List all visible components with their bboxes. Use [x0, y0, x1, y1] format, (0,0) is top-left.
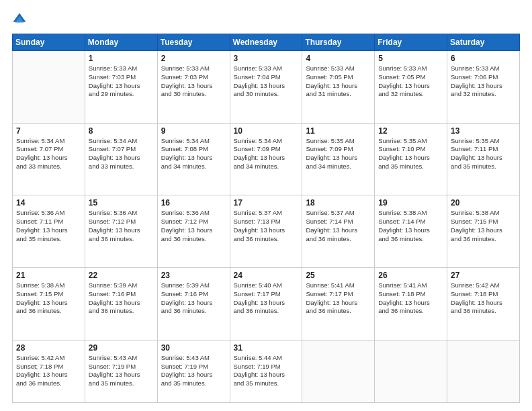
day-info: Sunrise: 5:37 AMSunset: 7:13 PMDaylight:… [234, 209, 299, 243]
day-number: 3 [234, 54, 299, 63]
day-number: 21 [16, 271, 81, 280]
day-info: Sunrise: 5:44 AMSunset: 7:19 PMDaylight:… [234, 354, 299, 388]
calendar-cell: 20Sunrise: 5:38 AMSunset: 7:15 PMDayligh… [447, 195, 520, 268]
day-info: Sunrise: 5:36 AMSunset: 7:12 PMDaylight:… [89, 209, 154, 243]
calendar-cell: 28Sunrise: 5:42 AMSunset: 7:18 PMDayligh… [13, 340, 85, 402]
calendar-cell: 25Sunrise: 5:41 AMSunset: 7:17 PMDayligh… [302, 268, 375, 340]
day-info: Sunrise: 5:36 AMSunset: 7:12 PMDaylight:… [161, 209, 226, 243]
day-number: 2 [161, 54, 226, 63]
calendar-cell: 15Sunrise: 5:36 AMSunset: 7:12 PMDayligh… [85, 195, 157, 268]
day-number: 14 [16, 198, 81, 208]
calendar-cell: 29Sunrise: 5:43 AMSunset: 7:19 PMDayligh… [85, 340, 157, 402]
day-info: Sunrise: 5:35 AMSunset: 7:09 PMDaylight:… [306, 137, 371, 171]
day-number: 8 [89, 126, 154, 136]
day-info: Sunrise: 5:41 AMSunset: 7:17 PMDaylight:… [306, 281, 371, 316]
day-number: 17 [234, 198, 299, 208]
calendar-cell: 5Sunrise: 5:33 AMSunset: 7:05 PMDaylight… [375, 51, 447, 124]
calendar-cell: 18Sunrise: 5:37 AMSunset: 7:14 PMDayligh… [302, 195, 375, 268]
day-number: 1 [89, 54, 154, 63]
day-info: Sunrise: 5:34 AMSunset: 7:08 PMDaylight:… [161, 137, 226, 171]
day-number: 19 [378, 198, 443, 208]
col-header-friday: Friday [375, 34, 447, 51]
calendar-cell: 8Sunrise: 5:34 AMSunset: 7:07 PMDaylight… [85, 123, 157, 195]
day-info: Sunrise: 5:36 AMSunset: 7:11 PMDaylight:… [16, 209, 81, 243]
col-header-wednesday: Wednesday [230, 34, 302, 51]
day-number: 12 [378, 126, 443, 136]
day-info: Sunrise: 5:33 AMSunset: 7:04 PMDaylight:… [234, 64, 299, 99]
day-number: 30 [161, 343, 226, 353]
calendar-cell: 30Sunrise: 5:43 AMSunset: 7:19 PMDayligh… [157, 340, 230, 402]
day-info: Sunrise: 5:33 AMSunset: 7:05 PMDaylight:… [306, 64, 371, 99]
day-number: 26 [378, 271, 443, 280]
header [12, 12, 520, 27]
calendar-cell: 10Sunrise: 5:34 AMSunset: 7:09 PMDayligh… [230, 123, 302, 195]
day-info: Sunrise: 5:37 AMSunset: 7:14 PMDaylight:… [306, 209, 371, 243]
logo-icon [12, 12, 27, 27]
calendar-cell: 14Sunrise: 5:36 AMSunset: 7:11 PMDayligh… [13, 195, 85, 268]
day-number: 13 [451, 126, 516, 136]
day-number: 31 [234, 343, 299, 353]
day-number: 18 [306, 198, 371, 208]
day-number: 9 [161, 126, 226, 136]
day-info: Sunrise: 5:38 AMSunset: 7:14 PMDaylight:… [378, 209, 443, 243]
day-number: 23 [161, 271, 226, 280]
calendar-cell: 13Sunrise: 5:35 AMSunset: 7:11 PMDayligh… [447, 123, 520, 195]
calendar-cell: 27Sunrise: 5:42 AMSunset: 7:18 PMDayligh… [447, 268, 520, 340]
day-number: 28 [16, 343, 81, 353]
calendar-cell: 17Sunrise: 5:37 AMSunset: 7:13 PMDayligh… [230, 195, 302, 268]
day-info: Sunrise: 5:42 AMSunset: 7:18 PMDaylight:… [451, 281, 516, 316]
calendar-cell: 4Sunrise: 5:33 AMSunset: 7:05 PMDaylight… [302, 51, 375, 124]
day-number: 27 [451, 271, 516, 280]
day-info: Sunrise: 5:39 AMSunset: 7:16 PMDaylight:… [161, 281, 226, 316]
calendar-cell: 21Sunrise: 5:38 AMSunset: 7:15 PMDayligh… [13, 268, 85, 340]
day-number: 22 [89, 271, 154, 280]
day-number: 5 [378, 54, 443, 63]
col-header-tuesday: Tuesday [157, 34, 230, 51]
calendar-cell: 1Sunrise: 5:33 AMSunset: 7:03 PMDaylight… [85, 51, 157, 124]
day-number: 7 [16, 126, 81, 136]
day-number: 6 [451, 54, 516, 63]
day-info: Sunrise: 5:43 AMSunset: 7:19 PMDaylight:… [89, 354, 154, 388]
calendar-cell: 12Sunrise: 5:35 AMSunset: 7:10 PMDayligh… [375, 123, 447, 195]
day-info: Sunrise: 5:33 AMSunset: 7:03 PMDaylight:… [161, 64, 226, 99]
calendar-cell: 22Sunrise: 5:39 AMSunset: 7:16 PMDayligh… [85, 268, 157, 340]
calendar-table: SundayMondayTuesdayWednesdayThursdayFrid… [12, 34, 520, 403]
col-header-monday: Monday [85, 34, 157, 51]
day-number: 29 [89, 343, 154, 353]
calendar-cell: 6Sunrise: 5:33 AMSunset: 7:06 PMDaylight… [447, 51, 520, 124]
calendar-cell: 11Sunrise: 5:35 AMSunset: 7:09 PMDayligh… [302, 123, 375, 195]
calendar-cell: 31Sunrise: 5:44 AMSunset: 7:19 PMDayligh… [230, 340, 302, 402]
day-info: Sunrise: 5:38 AMSunset: 7:15 PMDaylight:… [16, 281, 81, 316]
day-info: Sunrise: 5:38 AMSunset: 7:15 PMDaylight:… [451, 209, 516, 243]
calendar-cell: 24Sunrise: 5:40 AMSunset: 7:17 PMDayligh… [230, 268, 302, 340]
day-info: Sunrise: 5:34 AMSunset: 7:07 PMDaylight:… [89, 137, 154, 171]
calendar-cell: 26Sunrise: 5:41 AMSunset: 7:18 PMDayligh… [375, 268, 447, 340]
calendar-cell: 19Sunrise: 5:38 AMSunset: 7:14 PMDayligh… [375, 195, 447, 268]
col-header-sunday: Sunday [13, 34, 85, 51]
day-number: 4 [306, 54, 371, 63]
calendar-cell [447, 340, 520, 402]
day-info: Sunrise: 5:42 AMSunset: 7:18 PMDaylight:… [16, 354, 81, 388]
logo [12, 12, 30, 27]
calendar-cell: 2Sunrise: 5:33 AMSunset: 7:03 PMDaylight… [157, 51, 230, 124]
day-info: Sunrise: 5:39 AMSunset: 7:16 PMDaylight:… [89, 281, 154, 316]
calendar-cell [13, 51, 85, 124]
day-info: Sunrise: 5:35 AMSunset: 7:10 PMDaylight:… [378, 137, 443, 171]
day-info: Sunrise: 5:35 AMSunset: 7:11 PMDaylight:… [451, 137, 516, 171]
day-info: Sunrise: 5:40 AMSunset: 7:17 PMDaylight:… [234, 281, 299, 316]
day-info: Sunrise: 5:41 AMSunset: 7:18 PMDaylight:… [378, 281, 443, 316]
day-info: Sunrise: 5:43 AMSunset: 7:19 PMDaylight:… [161, 354, 226, 388]
calendar-cell [375, 340, 447, 402]
day-number: 10 [234, 126, 299, 136]
day-number: 11 [306, 126, 371, 136]
day-info: Sunrise: 5:33 AMSunset: 7:06 PMDaylight:… [451, 64, 516, 99]
day-number: 24 [234, 271, 299, 280]
day-info: Sunrise: 5:34 AMSunset: 7:09 PMDaylight:… [234, 137, 299, 171]
page: SundayMondayTuesdayWednesdayThursdayFrid… [0, 0, 532, 411]
calendar-cell [302, 340, 375, 402]
calendar-cell: 9Sunrise: 5:34 AMSunset: 7:08 PMDaylight… [157, 123, 230, 195]
day-info: Sunrise: 5:33 AMSunset: 7:03 PMDaylight:… [89, 64, 154, 99]
calendar-cell: 16Sunrise: 5:36 AMSunset: 7:12 PMDayligh… [157, 195, 230, 268]
calendar-cell: 23Sunrise: 5:39 AMSunset: 7:16 PMDayligh… [157, 268, 230, 340]
day-number: 15 [89, 198, 154, 208]
